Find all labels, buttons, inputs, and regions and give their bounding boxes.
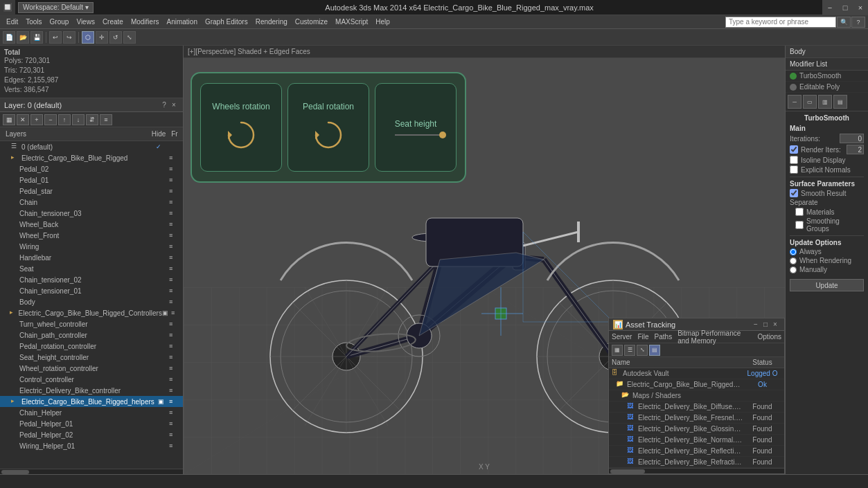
scale-btn[interactable]: ⤡ bbox=[123, 31, 136, 44]
layer-tool-5[interactable]: ↑ bbox=[58, 114, 71, 125]
table-row[interactable]: 🖼 Electric_Delivery_Bike_Diffuse.png Fou… bbox=[609, 401, 784, 413]
layer-tool-6[interactable]: ↓ bbox=[72, 114, 85, 125]
list-item[interactable]: Body ≡ bbox=[0, 296, 183, 307]
list-item[interactable]: Pedal_Helper_01 ≡ bbox=[0, 418, 183, 429]
list-item[interactable]: Pedal_star ≡ bbox=[0, 186, 183, 197]
list-item[interactable]: Wiring_Helper_01 ≡ bbox=[0, 440, 183, 451]
asset-scrollbar[interactable] bbox=[609, 468, 784, 473]
list-item[interactable]: Pedal_rotation_controller ≡ bbox=[0, 341, 183, 352]
maximize-btn[interactable]: □ bbox=[838, 0, 853, 15]
list-item[interactable]: Wheel_rotation_controller ≡ bbox=[0, 363, 183, 374]
redo-btn[interactable]: ↪ bbox=[63, 31, 76, 44]
layer-tool-2[interactable]: ✕ bbox=[17, 114, 29, 125]
asset-menu-file[interactable]: File bbox=[637, 333, 648, 341]
menu-help[interactable]: Help bbox=[372, 17, 393, 28]
table-row[interactable]: 🖼 Electric_Delivery_Bike_Glossiness.png … bbox=[609, 424, 784, 435]
list-item[interactable]: Wheel_Front ≡ bbox=[0, 230, 183, 241]
menu-rendering[interactable]: Rendering bbox=[252, 17, 291, 28]
list-item[interactable]: Control_controller ≡ bbox=[0, 374, 183, 385]
menu-views[interactable]: Views bbox=[73, 17, 98, 28]
list-item[interactable]: Seat_height_controller ≡ bbox=[0, 352, 183, 363]
list-item[interactable]: Turn_wheel_controller ≡ bbox=[0, 318, 183, 329]
layer-tool-4[interactable]: − bbox=[44, 114, 57, 125]
asset-tool-2[interactable]: ☰ bbox=[624, 345, 635, 356]
table-row[interactable]: 🖼 Electric_Delivery_Bike_Refraction.png … bbox=[609, 457, 784, 468]
list-item[interactable]: ▸ Electric_Cargo_Bike_Blue_Rigged ≡ bbox=[0, 152, 183, 163]
move-btn[interactable]: ✛ bbox=[96, 31, 108, 44]
list-item[interactable]: Chain ≡ bbox=[0, 197, 183, 208]
update-button[interactable]: Update bbox=[790, 279, 864, 291]
isoline-checkbox[interactable] bbox=[790, 156, 798, 164]
menu-animation[interactable]: Animation bbox=[163, 17, 200, 28]
always-radio[interactable] bbox=[790, 248, 797, 255]
anim-card-seat[interactable]: Seat height bbox=[375, 83, 457, 172]
list-item[interactable]: Pedal_01 ≡ bbox=[0, 174, 183, 186]
right-tool-3[interactable]: ▥ bbox=[818, 95, 832, 109]
menu-maxscript[interactable]: MAXScript bbox=[332, 17, 371, 28]
search-button[interactable]: 🔍 bbox=[837, 17, 851, 28]
asset-tool-4[interactable]: ▤ bbox=[649, 345, 660, 356]
list-item[interactable]: Seat ≡ bbox=[0, 263, 183, 274]
explicit-checkbox[interactable] bbox=[790, 165, 798, 174]
materials-checkbox[interactable] bbox=[795, 208, 804, 216]
list-item[interactable]: Chain_path_controller ≡ bbox=[0, 329, 183, 341]
layer-tool-1[interactable]: ▦ bbox=[3, 114, 15, 125]
modifier-item-editable-poly[interactable]: Editable Poly bbox=[786, 82, 868, 93]
layer-scrollbar[interactable] bbox=[0, 469, 183, 474]
asset-menu-options[interactable]: Options bbox=[758, 333, 781, 341]
manually-radio[interactable] bbox=[790, 266, 797, 273]
list-item[interactable]: Pedal_Helper_02 ≡ bbox=[0, 429, 183, 440]
menu-tools[interactable]: Tools bbox=[22, 17, 45, 28]
right-tool-4[interactable]: ▤ bbox=[833, 95, 847, 109]
undo-btn[interactable]: ↩ bbox=[49, 31, 62, 44]
menu-group[interactable]: Group bbox=[46, 17, 73, 28]
layer-tool-3[interactable]: + bbox=[30, 114, 43, 125]
close-btn[interactable]: × bbox=[853, 0, 868, 15]
modifier-item-turbossmooth[interactable]: TurboSmooth bbox=[786, 71, 868, 82]
viewport-canvas[interactable]: Wheels rotation Pedal rotation bbox=[184, 58, 785, 474]
anim-card-wheels[interactable]: Wheels rotation bbox=[200, 83, 282, 172]
list-item[interactable]: Handlebar ≡ bbox=[0, 252, 183, 263]
new-btn[interactable]: 📄 bbox=[3, 31, 15, 44]
list-item[interactable]: Wiring ≡ bbox=[0, 241, 183, 252]
list-item[interactable]: Chain_tensioner_02 ≡ bbox=[0, 274, 183, 285]
asset-close-btn[interactable]: × bbox=[770, 320, 780, 329]
asset-min-btn[interactable]: − bbox=[751, 320, 761, 329]
asset-menu-paths[interactable]: Paths bbox=[655, 333, 673, 341]
viewport[interactable]: [+][Perspective] Shaded + Edged Faces Wh… bbox=[184, 46, 785, 474]
layer-close-btn[interactable]: × bbox=[169, 100, 179, 110]
layer-tool-7[interactable]: ⇵ bbox=[86, 114, 98, 125]
layer-list[interactable]: ☰ 0 (default) ✓ ▸ Electric_Cargo_Bike_Bl… bbox=[0, 141, 183, 469]
list-item[interactable]: ☰ 0 (default) ✓ bbox=[0, 141, 183, 152]
help-info-btn[interactable]: ? bbox=[851, 17, 865, 28]
asset-menu-server[interactable]: Server bbox=[612, 333, 632, 341]
search-input[interactable] bbox=[725, 17, 836, 28]
asset-tool-1[interactable]: ▦ bbox=[612, 345, 623, 356]
list-item[interactable]: ▸ Electric_Cargo_Bike_Blue_Rigged_helper… bbox=[0, 396, 183, 407]
save-btn[interactable]: 💾 bbox=[30, 31, 43, 44]
when-rendering-radio[interactable] bbox=[790, 257, 797, 264]
menu-create[interactable]: Create bbox=[99, 17, 127, 28]
list-item[interactable]: Pedal_02 ≡ bbox=[0, 163, 183, 174]
rotate-btn[interactable]: ↺ bbox=[109, 31, 122, 44]
table-row[interactable]: 🖼 Electric_Delivery_Bike_Reflection.png … bbox=[609, 446, 784, 457]
table-row[interactable]: 📂 Maps / Shaders bbox=[609, 390, 784, 401]
menu-modifiers[interactable]: Modifiers bbox=[127, 17, 163, 28]
select-btn[interactable]: ⬡ bbox=[82, 31, 94, 44]
smooth-result-checkbox[interactable] bbox=[790, 189, 798, 197]
table-row[interactable]: 📁 Electric_Cargo_Bike_Blue_Rigged_max_vr… bbox=[609, 379, 784, 390]
list-item[interactable]: Chain_Helper ≡ bbox=[0, 407, 183, 418]
anim-card-pedal[interactable]: Pedal rotation bbox=[287, 83, 369, 172]
right-tool-1[interactable]: ─ bbox=[788, 95, 801, 109]
right-tool-2[interactable]: ▭ bbox=[803, 95, 817, 109]
asset-menu-bitmap[interactable]: Bitmap Performance and Memory bbox=[677, 329, 752, 345]
list-item[interactable]: Electric_Delivery_Bike_controller ≡ bbox=[0, 385, 183, 396]
render-iters-checkbox[interactable] bbox=[790, 145, 798, 154]
menu-customize[interactable]: Customize bbox=[292, 17, 331, 28]
workspace-selector[interactable]: Workspace: Default ▾ bbox=[18, 2, 94, 13]
menu-graph-editors[interactable]: Graph Editors bbox=[202, 17, 251, 28]
table-row[interactable]: 🖼 Electric_Delivery_Bike_Fresnel.png Fou… bbox=[609, 413, 784, 424]
list-item[interactable]: Wheel_Back ≡ bbox=[0, 219, 183, 230]
iterations-input[interactable] bbox=[840, 134, 864, 143]
asset-max-btn[interactable]: □ bbox=[761, 320, 770, 329]
